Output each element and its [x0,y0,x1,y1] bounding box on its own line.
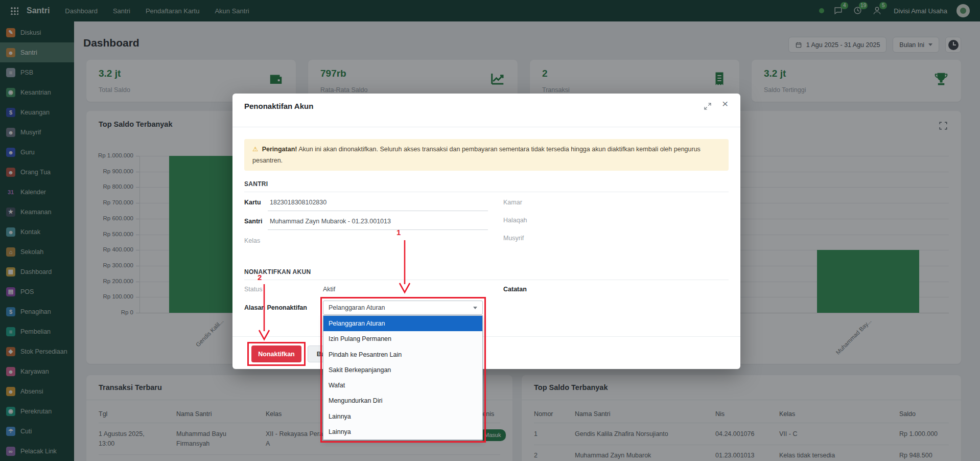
santri-input[interactable]: Muhammad Zayn Mubarok - 01.23.001013 [270,218,391,225]
catatan-label: Catatan [503,286,527,293]
dropdown-option[interactable]: Lainnya [323,424,482,440]
kartu-input[interactable]: 1823018308102830 [270,199,326,206]
modal-title: Penonaktifan Akun [244,102,313,110]
status-label: Status [244,286,262,293]
halaqah-label: Halaqah [503,217,527,224]
dropdown-option[interactable]: Sakit Berkepanjangan [323,362,482,378]
santri-label: Santri [244,218,262,225]
divider [232,336,740,337]
modal-close-icon[interactable]: × [722,98,728,110]
warning-text: Akun ini akan dinonaktifkan. Seluruh aks… [252,146,701,164]
alasan-option-list: Pelanggaran AturanIzin Pulang PermanenPi… [323,315,483,440]
alasan-select-value: Pelanggaran Aturan [329,304,385,311]
chevron-down-icon [473,307,477,309]
app-window: Santri DashboardSantriPendaftaran KartuA… [0,0,980,461]
warning-triangle-icon: ⚠ [252,146,258,153]
section-nonaktifkan: NONAKTIFKAN AKUN [244,268,311,275]
dropdown-option[interactable]: Izin Pulang Permanen [323,331,482,347]
kartu-label: Kartu [244,199,261,206]
divider [232,127,740,127]
deactivation-modal: Penonaktifan Akun × ⚠ Peringatan! Akun i… [232,94,740,369]
annotation-step-2: 2 [258,273,262,282]
dropdown-option[interactable]: Pindah ke Pesantren Lain [323,347,482,362]
deactivate-button[interactable]: Nonaktifkan [251,345,301,362]
warning-title: Peringatan! [262,146,297,153]
musyrif-label: Musyrif [503,235,524,242]
dropdown-option[interactable]: Mengundurkan Diri [323,393,482,408]
dropdown-option[interactable]: Wafat [323,378,482,393]
section-santri: SANTRI [244,180,268,188]
input-underline [268,229,488,230]
annotation-step-1: 1 [396,228,401,237]
alasan-label: Alasan Penonaktifan [244,304,307,311]
divider [244,192,729,192]
alasan-select[interactable]: Pelanggaran Aturan [323,301,483,315]
dropdown-option[interactable]: Pelanggaran Aturan [323,316,482,331]
kelas-label: Kelas [244,237,260,244]
status-value: Aktif [323,286,335,293]
dropdown-option[interactable]: Lainnya [323,409,482,424]
kamar-label: Kamar [503,199,522,206]
modal-expand-icon[interactable] [704,102,712,110]
divider [244,280,729,280]
input-underline [268,211,488,211]
warning-alert: ⚠ Peringatan! Akun ini akan dinonaktifka… [244,139,729,171]
